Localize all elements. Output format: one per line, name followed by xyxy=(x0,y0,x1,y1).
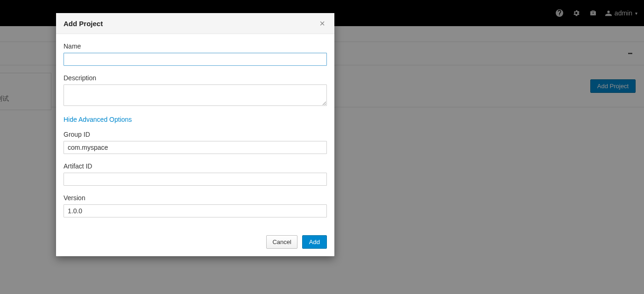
add-project-modal: Add Project × Name Description Hide Adva… xyxy=(56,13,334,256)
description-label: Description xyxy=(64,74,327,82)
artifact-id-label: Artifact ID xyxy=(64,162,327,170)
close-icon[interactable]: × xyxy=(318,19,327,28)
cancel-button[interactable]: Cancel xyxy=(266,235,297,249)
name-input[interactable] xyxy=(64,53,327,66)
add-button[interactable]: Add xyxy=(302,235,327,249)
modal-body: Name Description Hide Advanced Options G… xyxy=(56,34,334,229)
version-label: Version xyxy=(64,194,327,202)
name-label: Name xyxy=(64,42,327,50)
group-id-input[interactable] xyxy=(64,141,327,154)
modal-title: Add Project xyxy=(64,20,103,28)
description-textarea[interactable] xyxy=(64,84,327,106)
artifact-id-input[interactable] xyxy=(64,173,327,186)
advanced-options-link[interactable]: Hide Advanced Options xyxy=(64,116,132,123)
modal-footer: Cancel Add xyxy=(56,229,334,256)
version-input[interactable] xyxy=(64,204,327,217)
group-id-label: Group ID xyxy=(64,131,327,138)
modal-header: Add Project × xyxy=(56,13,334,34)
